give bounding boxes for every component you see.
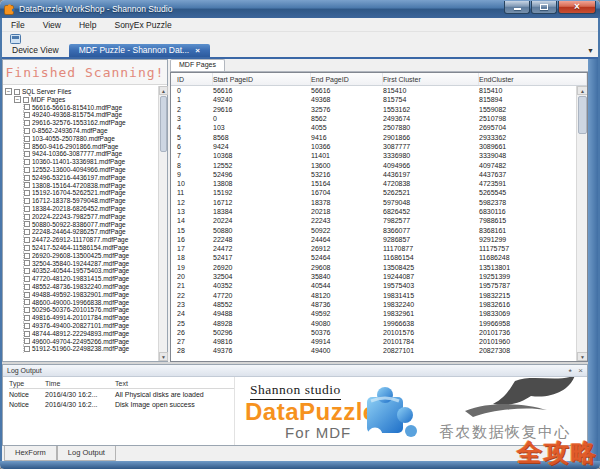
- log-column-header[interactable]: Text: [115, 380, 234, 387]
- checkbox-icon[interactable]: [24, 214, 30, 220]
- scrollbar-thumb[interactable]: [160, 96, 167, 152]
- scroll-down-icon[interactable]: ▼: [577, 352, 588, 361]
- tree-item-file[interactable]: 8560-9416-2901866.mdfPage: [23, 143, 158, 151]
- checkbox-icon[interactable]: [24, 229, 30, 235]
- table-row[interactable]: 2348552487361983224019832616: [171, 300, 576, 309]
- tree-item-file[interactable]: 9424-10366-3087777.mdfPage: [23, 150, 158, 158]
- tree-item-file[interactable]: 49816-49914-20101784.mdfPage: [23, 314, 158, 322]
- table-row[interactable]: 2140352405441957540319575787: [171, 281, 576, 290]
- checkbox-icon[interactable]: [24, 338, 30, 344]
- checkbox-icon[interactable]: [24, 260, 30, 266]
- table-row[interactable]: 05661656616815410815410: [171, 86, 576, 95]
- menu-item-file[interactable]: File: [2, 20, 34, 30]
- checkbox-icon[interactable]: [24, 104, 30, 110]
- checkbox-icon[interactable]: [24, 143, 30, 149]
- scroll-up-icon[interactable]: ▲: [577, 86, 588, 95]
- checkbox-icon[interactable]: [24, 175, 30, 181]
- tree-item-file[interactable]: 13808-15164-4720838.mdfPage: [23, 182, 158, 190]
- table-row[interactable]: 1724472269121117087711175757: [171, 244, 576, 253]
- tree-item-file[interactable]: 24472-26912-11170877.mdfPage: [23, 236, 158, 244]
- table-row[interactable]: 694241036630877773089661: [171, 142, 576, 151]
- tree-item-file[interactable]: 49376-49400-20827101.mdfPage: [23, 322, 158, 330]
- table-row[interactable]: 10138081516447208384723591: [171, 179, 576, 188]
- scroll-down-icon[interactable]: ▼: [159, 352, 168, 361]
- table-row[interactable]: 2849376494002082710120827308: [171, 346, 576, 355]
- tree-item-file[interactable]: 56616-56616-815410.mdfPage: [23, 104, 158, 112]
- column-header[interactable]: Start PageID: [213, 73, 311, 85]
- tab-device-view[interactable]: Device View: [2, 44, 69, 57]
- table-row[interactable]: 14924049368815754815894: [171, 95, 576, 104]
- checkbox-icon[interactable]: [24, 190, 30, 196]
- tree-item-root[interactable]: − SQL Server Files: [5, 88, 158, 96]
- open-device-icon[interactable]: [10, 34, 21, 44]
- tree-item-file[interactable]: 52417-52464-11586154.mdfPage: [23, 244, 158, 252]
- menu-item-view[interactable]: View: [34, 20, 70, 30]
- tree-item-file[interactable]: 26920-29608-13500425.mdfPage: [23, 252, 158, 260]
- column-header[interactable]: First Cluster: [383, 73, 479, 85]
- table-row[interactable]: 14202242224379825777988615: [171, 216, 576, 225]
- table-row[interactable]: 30856224936742510798: [171, 114, 576, 123]
- table-row[interactable]: 2449488495921983296119833069: [171, 309, 576, 318]
- log-row[interactable]: Notice2016/4/30 16:2...All Physical disk…: [9, 389, 234, 399]
- checkbox-icon[interactable]: [24, 323, 30, 329]
- checkbox-icon[interactable]: [24, 331, 30, 337]
- checkbox-icon[interactable]: [23, 97, 29, 103]
- checkbox-icon[interactable]: [24, 292, 30, 298]
- pin-icon[interactable]: ٭: [568, 367, 572, 375]
- table-row[interactable]: 15508805092283660778368161: [171, 225, 576, 234]
- checkbox-icon[interactable]: [24, 276, 30, 282]
- table-row[interactable]: 1852417524641168615411686248: [171, 253, 576, 262]
- tree-item-file[interactable]: 48552-48736-19832240.mdfPage: [23, 283, 158, 291]
- column-header[interactable]: End PageID: [311, 73, 383, 85]
- tree-item-file[interactable]: 15192-16704-5262521.mdfPage: [23, 189, 158, 197]
- table-row[interactable]: 13183842021868264526830116: [171, 207, 576, 216]
- minimize-button[interactable]: [504, 1, 530, 14]
- tree-item-file[interactable]: 22248-24464-9286257.mdfPage: [23, 228, 158, 236]
- checkbox-icon[interactable]: [24, 268, 30, 274]
- checkbox-icon[interactable]: [24, 120, 30, 126]
- scrollbar-thumb[interactable]: [578, 96, 587, 134]
- checkbox-icon[interactable]: [24, 245, 30, 251]
- tree-item-file[interactable]: 29616-32576-1553162.mdfPage: [23, 119, 158, 127]
- menu-item-help[interactable]: Help: [70, 20, 105, 30]
- tab-mdf-pages[interactable]: MDF Pages: [170, 59, 225, 71]
- tree-item-file[interactable]: 49240-49368-815754.mdfPage: [23, 111, 158, 119]
- checkbox-icon[interactable]: [24, 315, 30, 321]
- table-row[interactable]: 4103405525078802695704: [171, 123, 576, 132]
- log-column-header[interactable]: Time: [45, 380, 115, 387]
- tree-item-file[interactable]: 10360-11401-3336981.mdfPage: [23, 158, 158, 166]
- tree-item-file[interactable]: 49600-49704-22495266.mdfPage: [23, 338, 158, 346]
- checkbox-icon[interactable]: [14, 89, 20, 95]
- checkbox-icon[interactable]: [24, 167, 30, 173]
- tree-item-file[interactable]: 48600-49000-19966838.mdfPage: [23, 299, 158, 307]
- table-row[interactable]: 2650296503762010157620101736: [171, 328, 576, 337]
- table-row[interactable]: 12167121837859790485982378: [171, 198, 576, 207]
- tree-item-file[interactable]: 47720-48120-19831415.mdfPage: [23, 275, 158, 283]
- collapse-icon[interactable]: −: [14, 96, 21, 103]
- checkbox-icon[interactable]: [24, 198, 30, 204]
- tree-item-file[interactable]: 49488-49592-19832901.mdfPage: [23, 291, 158, 299]
- tree-item-file[interactable]: 51912-51960-22498238.mdfPage: [23, 345, 158, 353]
- checkbox-icon[interactable]: [24, 182, 30, 188]
- table-row[interactable]: 2749816499142010178420101960: [171, 337, 576, 346]
- tab-hexform[interactable]: HexForm: [4, 446, 57, 461]
- checkbox-icon[interactable]: [24, 346, 30, 352]
- table-row[interactable]: 58568941629018662933362: [171, 132, 576, 141]
- collapse-icon[interactable]: −: [5, 88, 12, 95]
- column-header[interactable]: EndCluster: [479, 73, 587, 85]
- tab-mdf-puzzle[interactable]: MDF Puzzle - Shannon Dat... ×: [69, 44, 210, 57]
- table-row[interactable]: 2296163257615531621559082: [171, 105, 576, 114]
- scroll-up-icon[interactable]: ▲: [159, 86, 168, 95]
- checkbox-icon[interactable]: [24, 136, 30, 142]
- table-row[interactable]: 1926920296081350842513513801: [171, 263, 576, 272]
- tree-item-folder[interactable]: − MDF Pages: [14, 96, 158, 104]
- table-scrollbar[interactable]: ▲ ▼: [576, 86, 587, 361]
- tree-item-file[interactable]: 18384-20218-6826452.mdfPage: [23, 205, 158, 213]
- column-header[interactable]: ID: [177, 73, 213, 85]
- tree-item-file[interactable]: 50296-50376-20101576.mdfPage: [23, 306, 158, 314]
- checkbox-icon[interactable]: [24, 253, 30, 259]
- tab-list-dropdown-icon[interactable]: ▼: [587, 47, 594, 54]
- log-row[interactable]: Notice2016/4/30 16:2...Disk Image open s…: [9, 399, 234, 409]
- table-row[interactable]: 2032504358401924408719251399: [171, 272, 576, 281]
- tree-item-file[interactable]: 52496-53216-4436197.mdfPage: [23, 174, 158, 182]
